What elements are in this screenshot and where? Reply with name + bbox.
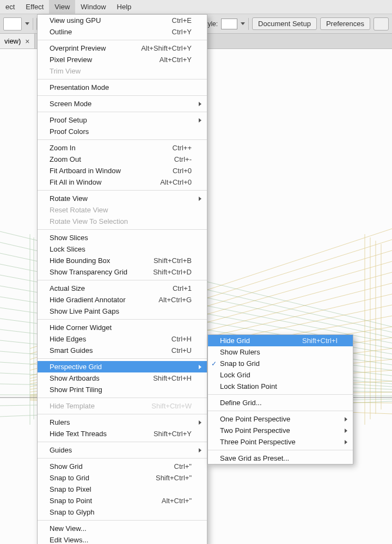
menu-item-label: Show Artboards xyxy=(50,374,153,382)
menu-item-outline[interactable]: OutlineCtrl+Y xyxy=(38,26,207,38)
menu-item-label: Hide Bounding Box xyxy=(50,256,154,265)
menu-item-label: Trim View xyxy=(50,67,192,75)
tool-dropdown-1[interactable] xyxy=(3,17,22,30)
menu-item-hide-gradient-annotator[interactable]: Hide Gradient AnnotatorAlt+Ctrl+G xyxy=(38,294,207,305)
menu-item-perspective-grid[interactable]: Perspective Grid xyxy=(38,361,207,372)
menu-item-label: Reset Rotate View xyxy=(50,206,192,214)
menu-view[interactable]: View xyxy=(49,0,75,14)
menu-item-hide-text-threads[interactable]: Hide Text ThreadsShift+Ctrl+Y xyxy=(38,428,207,439)
menu-item-hide-corner-widget[interactable]: Hide Corner Widget xyxy=(38,322,207,333)
menu-item-define-grid[interactable]: Define Grid... xyxy=(208,397,353,408)
menu-item-label: Snap to Grid xyxy=(220,359,338,368)
view-dropdown-menu: View using GPUCtrl+EOutlineCtrl+Y Overpr… xyxy=(37,14,207,544)
menu-item-one-point-perspective[interactable]: One Point Perspective xyxy=(208,413,353,425)
menu-item-reset-rotate-view: Reset Rotate View xyxy=(38,204,207,216)
menu-item-label: Show Live Paint Gaps xyxy=(50,307,192,315)
menu-item-label: Hide Gradient Annotator xyxy=(50,296,158,304)
menu-item-label: Rulers xyxy=(50,418,192,426)
menu-item-actual-size[interactable]: Actual SizeCtrl+1 xyxy=(38,283,207,294)
menu-item-label: View using GPU xyxy=(50,16,172,25)
menu-item-label: Fit Artboard in Window xyxy=(50,167,173,175)
menu-item-guides[interactable]: Guides xyxy=(38,444,207,456)
menu-select-partial[interactable]: ect xyxy=(0,0,20,14)
menu-item-label: Rotate View To Selection xyxy=(50,217,192,225)
toolbar-divider xyxy=(33,18,33,30)
menu-item-shortcut: Ctrl+U xyxy=(171,346,192,354)
menu-item-show-live-paint-gaps[interactable]: Show Live Paint Gaps xyxy=(38,305,207,317)
menu-item-proof-colors[interactable]: Proof Colors xyxy=(38,126,207,137)
document-tab[interactable]: view) × xyxy=(0,34,35,48)
menu-item-snap-to-grid[interactable]: ✓Snap to Grid xyxy=(208,358,353,369)
menu-item-label: Overprint Preview xyxy=(50,44,141,52)
menu-item-rulers[interactable]: Rulers xyxy=(38,417,207,428)
menu-item-edit-views[interactable]: Edit Views... xyxy=(38,534,207,544)
menu-item-label: Perspective Grid xyxy=(50,363,192,371)
menu-item-fit-all-in-window[interactable]: Fit All in WindowAlt+Ctrl+0 xyxy=(38,176,207,188)
document-setup-button[interactable]: Document Setup xyxy=(252,17,317,30)
menu-item-shortcut: Alt+Ctrl+G xyxy=(158,296,192,304)
overflow-button[interactable] xyxy=(373,17,389,30)
menu-item-rotate-view-to-selection: Rotate View To Selection xyxy=(38,216,207,227)
menu-item-overprint-preview[interactable]: Overprint PreviewAlt+Shift+Ctrl+Y xyxy=(38,42,207,54)
menu-item-show-transparency-grid[interactable]: Show Transparency GridShift+Ctrl+D xyxy=(38,266,207,278)
toolbar-divider xyxy=(248,18,249,30)
menu-item-show-artboards[interactable]: Show ArtboardsShift+Ctrl+H xyxy=(38,372,207,384)
menu-item-snap-to-glyph[interactable]: Snap to Glyph xyxy=(38,506,207,518)
menu-item-snap-to-point[interactable]: Snap to PointAlt+Ctrl+" xyxy=(38,495,207,506)
menu-item-label: Save Grid as Preset... xyxy=(220,454,338,462)
menu-item-fit-artboard-in-window[interactable]: Fit Artboard in WindowCtrl+0 xyxy=(38,165,207,176)
menu-item-label: Hide Text Threads xyxy=(50,430,154,438)
menu-item-label: Snap to Pixel xyxy=(50,485,192,493)
menu-item-rotate-view[interactable]: Rotate View xyxy=(38,193,207,204)
menu-item-shortcut: Ctrl+0 xyxy=(173,167,192,175)
menu-item-label: Snap to Glyph xyxy=(50,508,192,516)
menu-item-proof-setup[interactable]: Proof Setup xyxy=(38,114,207,126)
menu-item-hide-edges[interactable]: Hide EdgesCtrl+H xyxy=(38,333,207,345)
menu-item-screen-mode[interactable]: Screen Mode xyxy=(38,98,207,109)
menu-item-label: One Point Perspective xyxy=(220,415,338,423)
tab-title: view) xyxy=(4,37,21,45)
menu-item-lock-slices[interactable]: Lock Slices xyxy=(38,243,207,255)
menu-item-three-point-perspective[interactable]: Three Point Perspective xyxy=(208,436,353,448)
menu-item-hide-template: Hide TemplateShift+Ctrl+W xyxy=(38,400,207,412)
menu-help[interactable]: Help xyxy=(112,0,137,14)
style-swatch[interactable] xyxy=(221,19,237,29)
menu-item-show-slices[interactable]: Show Slices xyxy=(38,232,207,243)
menu-item-show-print-tiling[interactable]: Show Print Tiling xyxy=(38,384,207,395)
menu-item-show-grid[interactable]: Show GridCtrl+" xyxy=(38,461,207,472)
menu-item-label: Hide Template xyxy=(50,402,151,410)
chevron-right-icon xyxy=(199,102,201,106)
menu-item-view-using-gpu[interactable]: View using GPUCtrl+E xyxy=(38,15,207,26)
menu-item-shortcut: Ctrl+Y xyxy=(172,28,192,36)
menu-item-pixel-preview[interactable]: Pixel PreviewAlt+Ctrl+Y xyxy=(38,54,207,65)
menu-item-label: Three Point Perspective xyxy=(220,438,338,446)
menu-item-zoom-out[interactable]: Zoom OutCtrl+- xyxy=(38,154,207,165)
menu-item-lock-grid[interactable]: Lock Grid xyxy=(208,369,353,381)
menu-item-two-point-perspective[interactable]: Two Point Perspective xyxy=(208,425,353,436)
menu-item-lock-station-point[interactable]: Lock Station Point xyxy=(208,381,353,392)
menu-item-save-grid-as-preset[interactable]: Save Grid as Preset... xyxy=(208,453,353,464)
close-icon[interactable]: × xyxy=(25,37,29,46)
menu-item-zoom-in[interactable]: Zoom InCtrl++ xyxy=(38,142,207,154)
menu-item-new-view[interactable]: New View... xyxy=(38,523,207,534)
menu-item-hide-grid[interactable]: Hide GridShift+Ctrl+I xyxy=(208,335,353,346)
menu-effect[interactable]: Effect xyxy=(20,0,49,14)
menu-item-label: Edit Views... xyxy=(50,536,192,544)
menu-item-snap-to-pixel[interactable]: Snap to Pixel xyxy=(38,484,207,495)
application-menubar: ect Effect View Window Help xyxy=(0,0,392,14)
menu-item-show-rulers[interactable]: Show Rulers xyxy=(208,346,353,358)
menu-item-shortcut: Ctrl+1 xyxy=(173,284,192,292)
menu-item-hide-bounding-box[interactable]: Hide Bounding BoxShift+Ctrl+B xyxy=(38,255,207,266)
chevron-right-icon xyxy=(199,420,201,425)
menu-item-shortcut: Ctrl+E xyxy=(172,16,192,25)
chevron-right-icon xyxy=(199,118,201,123)
menu-item-presentation-mode[interactable]: Presentation Mode xyxy=(38,82,207,93)
menu-item-label: Rotate View xyxy=(50,194,192,203)
menu-item-shortcut: Alt+Shift+Ctrl+Y xyxy=(141,44,192,52)
menu-item-smart-guides[interactable]: Smart GuidesCtrl+U xyxy=(38,345,207,356)
menu-window[interactable]: Window xyxy=(75,0,111,14)
menu-item-label: Zoom In xyxy=(50,144,173,152)
menu-item-label: Hide Corner Widget xyxy=(50,323,192,332)
menu-item-snap-to-grid[interactable]: Snap to GridShift+Ctrl+" xyxy=(38,472,207,484)
preferences-button[interactable]: Preferences xyxy=(320,17,370,30)
